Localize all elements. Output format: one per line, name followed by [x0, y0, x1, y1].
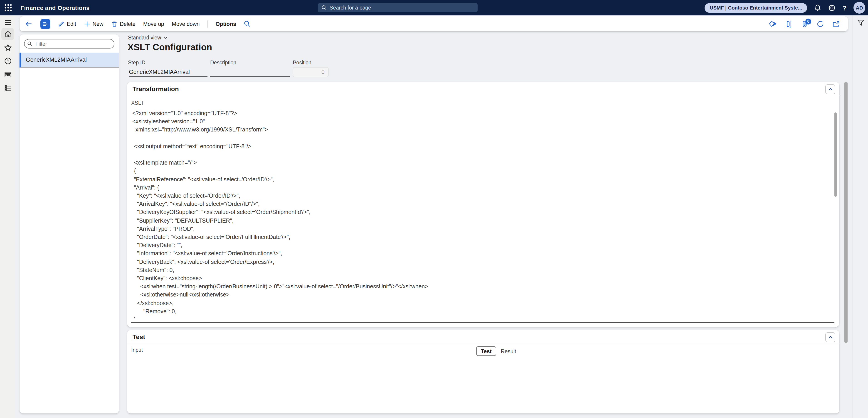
star-icon — [4, 44, 11, 52]
avatar[interactable]: AD — [854, 2, 865, 13]
funnel-icon — [857, 19, 864, 26]
search-icon — [321, 5, 327, 10]
description-field[interactable] — [210, 67, 290, 77]
gear-icon[interactable] — [828, 4, 836, 11]
chevron-up-icon — [828, 335, 833, 340]
record-filter — [24, 39, 115, 48]
filter-search-icon — [27, 41, 32, 46]
move-down-button[interactable]: Move down — [172, 21, 200, 27]
global-search-input[interactable] — [330, 5, 466, 10]
transformation-section-header: Transformation — [127, 82, 839, 96]
modules-icon — [4, 84, 11, 92]
transformation-collapse-button[interactable] — [825, 84, 835, 94]
action-pane-right: 0 — [769, 20, 843, 28]
move-up-button-label: Move up — [143, 21, 164, 27]
options-menu-button[interactable]: Options — [216, 21, 236, 27]
transformation-section-title: Transformation — [132, 85, 179, 93]
plus-icon — [84, 21, 90, 27]
app-title: Finance and Operations — [21, 4, 90, 11]
page-title: XSLT Configuration — [128, 42, 212, 53]
filter-input[interactable] — [24, 39, 115, 48]
back-arrow-icon[interactable] — [25, 20, 33, 28]
new-button-label: New — [92, 21, 103, 27]
action-pane-left: Edit New Delete Move up Move down — [25, 19, 251, 29]
sidebar-item-modules[interactable] — [0, 84, 16, 92]
list-item-label: GenericXML2MIAArrival — [26, 57, 87, 63]
page-scrollbar-thumb[interactable] — [844, 81, 847, 343]
app-root: Finance and Operations USMF | Contoso En… — [0, 0, 868, 418]
attachments-button[interactable]: 0 — [801, 20, 808, 27]
nav-expand-button[interactable] — [0, 19, 16, 26]
clock-icon — [4, 57, 11, 65]
transformation-section: Transformation XSLT <?xml version="1.0" … — [127, 82, 839, 327]
hamburger-icon — [4, 19, 11, 26]
test-input-label: Input — [131, 347, 143, 353]
description-label: Description — [210, 60, 236, 65]
new-button[interactable]: New — [84, 21, 103, 27]
step-id-label: Step ID — [128, 60, 146, 65]
pencil-icon — [58, 21, 64, 27]
left-nav-rail — [0, 15, 16, 418]
record-list-panel: GenericXML2MIAArrival — [20, 34, 119, 414]
action-pane: Edit New Delete Move up Move down — [20, 16, 848, 31]
xslt-label: XSLT — [131, 100, 144, 106]
environment-pill[interactable]: USMF | Contoso Entertainment Syste... — [705, 3, 807, 12]
topbar-right-cluster: USMF | Contoso Entertainment Syste... ? … — [705, 0, 865, 15]
position-label: Position — [293, 60, 311, 65]
waffle-icon[interactable] — [4, 4, 12, 12]
code-scrollbar-thumb[interactable] — [834, 112, 837, 197]
list-item-selected[interactable]: GenericXML2MIAArrival — [20, 53, 119, 68]
test-section-header: Test — [127, 330, 839, 344]
chevron-down-icon — [163, 35, 168, 40]
edit-button[interactable]: Edit — [58, 21, 76, 27]
test-section: Test Input Test Result — [127, 330, 839, 414]
sidebar-item-workspaces[interactable] — [0, 71, 16, 78]
xslt-code-editor[interactable]: <?xml version="1.0" encoding="UTF-8"?> <… — [131, 109, 832, 319]
sidebar-item-recent[interactable] — [0, 57, 16, 65]
right-filter-strip — [852, 15, 868, 418]
position-field: 0 — [293, 67, 329, 77]
top-navigation-bar: Finance and Operations USMF | Contoso En… — [0, 0, 868, 15]
power-apps-icon[interactable] — [769, 20, 777, 28]
record-list: GenericXML2MIAArrival — [20, 53, 119, 68]
toolbar-divider — [208, 20, 208, 27]
refresh-icon[interactable] — [817, 20, 824, 27]
delete-button-label: Delete — [120, 21, 135, 27]
open-in-new-icon[interactable] — [833, 20, 840, 27]
toolbar-search-icon[interactable] — [244, 21, 251, 27]
chevron-up-icon — [828, 87, 833, 92]
move-up-button[interactable]: Move up — [143, 21, 164, 27]
help-icon[interactable]: ? — [843, 4, 847, 11]
filter-pane-toggle[interactable] — [853, 19, 868, 26]
bell-icon[interactable] — [814, 4, 821, 11]
view-selector[interactable]: Standard view — [128, 35, 168, 40]
options-menu-label: Options — [216, 21, 236, 27]
delete-button[interactable]: Delete — [111, 21, 135, 27]
menu-toggle-icon — [43, 21, 48, 27]
office-book-icon[interactable] — [785, 20, 793, 27]
record-list-toggle-button[interactable] — [40, 19, 51, 29]
test-result-label: Result — [501, 348, 516, 354]
step-id-field[interactable]: GenericXML2MIAArrival — [129, 67, 208, 77]
trash-icon — [111, 21, 117, 27]
test-section-title: Test — [132, 333, 145, 341]
test-collapse-button[interactable] — [825, 332, 835, 342]
attachment-count-badge: 0 — [805, 19, 811, 24]
sidebar-item-home[interactable] — [1, 28, 14, 40]
code-field-underline — [131, 322, 834, 323]
edit-button-label: Edit — [67, 21, 76, 27]
global-search[interactable] — [318, 3, 477, 12]
home-icon — [4, 30, 11, 38]
workspaces-icon — [4, 71, 11, 78]
view-selector-label: Standard view — [128, 35, 161, 40]
move-down-button-label: Move down — [172, 21, 200, 27]
test-button[interactable]: Test — [476, 346, 496, 356]
sidebar-item-favorites[interactable] — [0, 44, 16, 52]
